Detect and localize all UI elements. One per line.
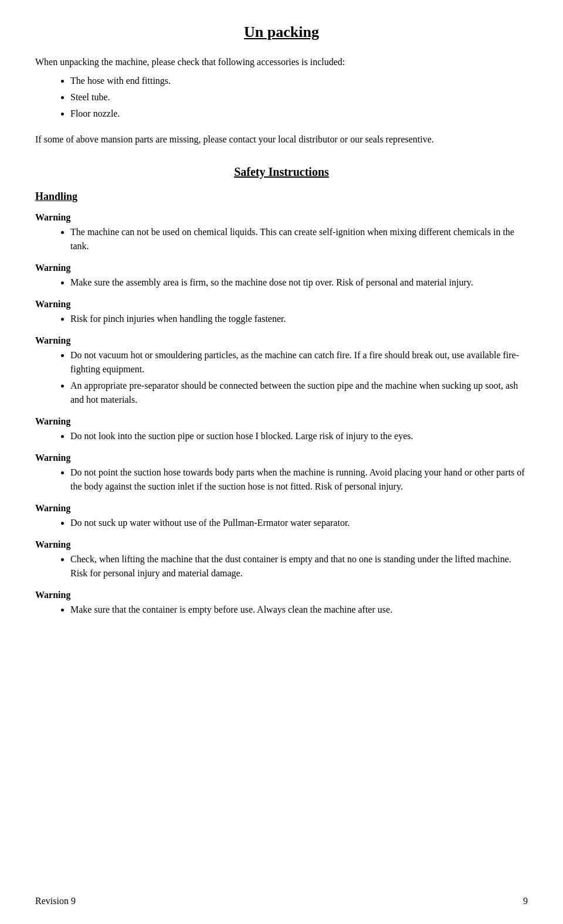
revision-number: 9 [71,896,76,906]
warning-block-0: Warning The machine can not be used on c… [35,212,528,253]
warning-block-2: Warning Risk for pinch injuries when han… [35,299,528,326]
warning-list-0: The machine can not be used on chemical … [70,225,528,253]
warning-label-7: Warning [35,539,528,550]
warning-list-5: Do not point the suction hose towards bo… [70,466,528,494]
warning-label-3: Warning [35,335,528,346]
list-item: The hose with end fittings. [70,74,528,88]
warning-item: Make sure the assembly area is firm, so … [70,276,528,290]
warning-list-6: Do not suck up water without use of the … [70,516,528,530]
warning-block-7: Warning Check, when lifting the machine … [35,539,528,580]
warning-item: An appropriate pre-separator should be c… [70,379,528,407]
list-item: Floor nozzle. [70,107,528,121]
warning-label-1: Warning [35,263,528,273]
warning-list-2: Risk for pinch injuries when handling th… [70,312,528,326]
warning-item: Risk for pinch injuries when handling th… [70,312,528,326]
warning-item: Do not vacuum hot or smouldering particl… [70,348,528,376]
warning-block-3: Warning Do not vacuum hot or smouldering… [35,335,528,407]
warning-block-6: Warning Do not suck up water without use… [35,503,528,530]
revision-text: Revision 9 [35,896,76,906]
warning-item: Do not suck up water without use of the … [70,516,528,530]
warning-item: Do not look into the suction pipe or suc… [70,429,528,443]
list-item: Steel tube. [70,90,528,104]
warning-list-4: Do not look into the suction pipe or suc… [70,429,528,443]
warning-list-1: Make sure the assembly area is firm, so … [70,276,528,290]
warning-label-0: Warning [35,212,528,223]
warning-label-2: Warning [35,299,528,310]
page-number: 9 [523,896,528,906]
warning-label-4: Warning [35,416,528,427]
warning-list-7: Check, when lifting the machine that the… [70,552,528,580]
warning-label-6: Warning [35,503,528,514]
warning-list-3: Do not vacuum hot or smouldering particl… [70,348,528,407]
warning-block-4: Warning Do not look into the suction pip… [35,416,528,443]
unpack-items-list: The hose with end fittings. Steel tube. … [70,74,528,121]
page-footer: Revision 9 9 [35,896,528,906]
warning-list-8: Make sure that the container is empty be… [70,603,528,617]
page: Un packing When unpacking the machine, p… [0,0,563,924]
warning-item: The machine can not be used on chemical … [70,225,528,253]
revision-label: Revision [35,896,71,906]
page-title: Un packing [35,23,528,41]
warning-block-8: Warning Make sure that the container is … [35,590,528,617]
warning-item: Do not point the suction hose towards bo… [70,466,528,494]
warning-item: Check, when lifting the machine that the… [70,552,528,580]
safety-instructions-heading: Safety Instructions [35,165,528,179]
handling-heading: Handling [35,191,528,203]
warning-label-8: Warning [35,590,528,600]
warning-item: Make sure that the container is empty be… [70,603,528,617]
intro-paragraph: When unpacking the machine, please check… [35,55,528,69]
warning-label-5: Warning [35,453,528,463]
warning-block-1: Warning Make sure the assembly area is f… [35,263,528,290]
warning-block-5: Warning Do not point the suction hose to… [35,453,528,494]
missing-parts-text: If some of above mansion parts are missi… [35,133,528,147]
